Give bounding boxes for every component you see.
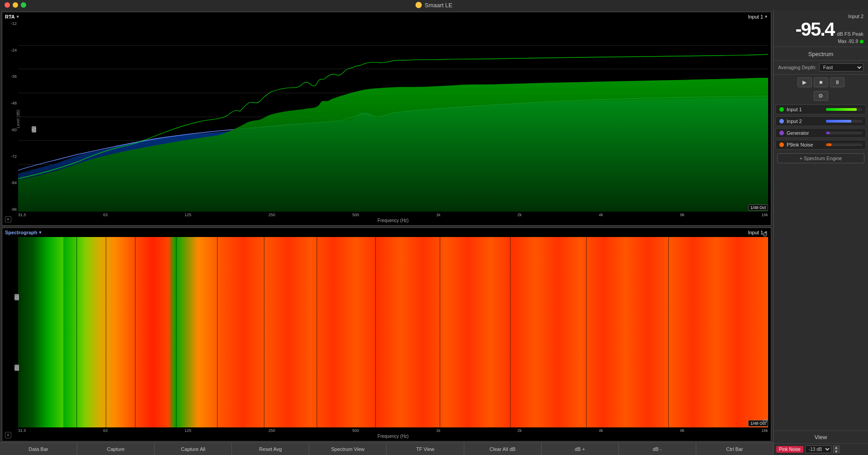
signal-meter-input1 bbox=[826, 108, 863, 111]
meter-db-unit: dB FS Peak bbox=[837, 31, 863, 37]
spec-close-icon[interactable]: ✕ bbox=[5, 432, 11, 438]
signal-meter-fill-input2 bbox=[826, 120, 851, 123]
rta-scroll-handle[interactable]: ◁ bbox=[32, 126, 36, 133]
averaging-row: Averaging Depth: Fast Slow Medium Very F… bbox=[774, 61, 868, 75]
signal-meter-fill-pink-noise bbox=[826, 143, 831, 146]
db-up-button[interactable]: ▲ bbox=[833, 446, 840, 449]
signal-name-input1: Input 1 bbox=[787, 107, 823, 112]
input-meter: Input 2 -95.4 dB FS Peak Max -91.9 bbox=[774, 10, 868, 47]
signal-meter-pink-noise bbox=[826, 143, 863, 146]
charts-panel: RTA ▼ Input 1 ▼ -12 -24 -36 -48 -60 -72 … bbox=[0, 10, 773, 455]
signal-name-pink-noise: P9ink Noise bbox=[787, 142, 823, 147]
signal-meter-fill-input1 bbox=[826, 108, 857, 111]
spec-chart-area: ◁ ◁ bbox=[18, 237, 768, 427]
ctrl-bar-button[interactable]: Ctrl Bar bbox=[696, 443, 773, 455]
titlebar: Smaart LE bbox=[0, 0, 868, 10]
pink-noise-row: Pink Noise -13 dB -12 dB -14 dB ▲ ▼ bbox=[774, 444, 868, 455]
signal-dot-pink-noise bbox=[779, 142, 784, 147]
spec-dropdown-arrow[interactable]: ▼ bbox=[38, 230, 42, 235]
data-bar-button[interactable]: Data Bar bbox=[0, 443, 77, 455]
tf-view-button[interactable]: TF View bbox=[387, 443, 464, 455]
reset-avg-button[interactable]: Reset Avg bbox=[232, 443, 309, 455]
pause-button[interactable]: ⏸ bbox=[830, 77, 844, 87]
settings-button[interactable]: ⚙ bbox=[814, 91, 828, 101]
app-icon bbox=[415, 2, 422, 8]
traffic-lights bbox=[5, 2, 26, 8]
averaging-select[interactable]: Fast Slow Medium Very Fast bbox=[819, 63, 863, 71]
add-spectrum-engine-button[interactable]: + Spectrum Engine bbox=[777, 153, 864, 163]
bottom-toolbar: Data Bar Capture Capture All Reset Avg S… bbox=[0, 442, 773, 455]
db-level-select[interactable]: -13 dB -12 dB -14 dB bbox=[805, 446, 831, 453]
view-title: View bbox=[774, 431, 868, 444]
main-layout: RTA ▼ Input 1 ▼ -12 -24 -36 -48 -60 -72 … bbox=[0, 10, 868, 455]
signal-meter-generator bbox=[826, 132, 863, 134]
maximize-button[interactable] bbox=[21, 2, 26, 8]
capture-all-button[interactable]: Capture All bbox=[155, 443, 232, 455]
rta-oct-badge[interactable]: 1/48 Oct bbox=[748, 204, 768, 211]
spec-x-title: Frequency (Hz) bbox=[18, 434, 768, 439]
app-title: Smaart LE bbox=[415, 2, 452, 9]
close-button[interactable] bbox=[5, 2, 10, 8]
rta-close-icon[interactable]: ✕ bbox=[5, 216, 11, 223]
signal-meter-input2 bbox=[826, 120, 863, 123]
rta-x-axis: 31.5 63 125 250 500 1k 2k 4k 8k 16k Freq… bbox=[18, 212, 768, 225]
clear-all-db-button[interactable]: Clear All dB bbox=[464, 443, 542, 455]
signal-name-input2: Input 2 bbox=[787, 118, 823, 124]
rta-title: RTA ▼ bbox=[5, 14, 20, 19]
view-section: View Pink Noise -13 dB -12 dB -14 dB ▲ ▼ bbox=[774, 431, 868, 455]
rta-panel: RTA ▼ Input 1 ▼ -12 -24 -36 -48 -60 -72 … bbox=[2, 12, 771, 226]
rta-x-labels: 31.5 63 125 250 500 1k 2k 4k 8k 16k bbox=[18, 212, 768, 218]
signal-name-generator: Generator bbox=[787, 130, 823, 136]
spec-x-labels: 31.5 63 125 250 500 1k 2k 4k 8k 16k bbox=[18, 427, 768, 434]
spec-title: Spectrograph ▼ bbox=[5, 230, 42, 235]
spectrum-section-title: Spectrum bbox=[774, 47, 868, 61]
rta-settings-icon[interactable]: ⚙ bbox=[762, 417, 768, 425]
db-plus-button[interactable]: dB + bbox=[542, 443, 619, 455]
signal-input2: Input 2 bbox=[775, 116, 866, 126]
spacer bbox=[774, 166, 868, 431]
rta-chart-area: ◁ bbox=[18, 21, 768, 212]
signal-dot-generator bbox=[779, 131, 784, 135]
db-down-button[interactable]: ▼ bbox=[833, 450, 840, 453]
signal-input1: Input 1 bbox=[775, 104, 866, 114]
transport-controls: ▶ ■ ⏸ bbox=[774, 75, 868, 90]
rta-green-spectrum bbox=[18, 21, 768, 212]
signal-pink-noise: P9ink Noise bbox=[775, 140, 866, 150]
db-arrows: ▲ ▼ bbox=[833, 446, 840, 453]
capture-button[interactable]: Capture bbox=[77, 443, 155, 455]
spec-grid-svg bbox=[18, 237, 768, 427]
rta-dropdown-arrow[interactable]: ▼ bbox=[16, 14, 20, 19]
spectrograph-panel: Spectrograph ▼ Input 1 ▼ bbox=[2, 228, 771, 441]
minimize-button[interactable] bbox=[13, 2, 18, 8]
spec-green-section bbox=[18, 237, 63, 427]
settings-row: ⚙ bbox=[774, 90, 868, 104]
signal-dot-input2 bbox=[779, 119, 784, 123]
spec-scroll-handle-bottom[interactable]: ◁ bbox=[14, 365, 19, 371]
signal-meter-fill-generator bbox=[826, 132, 830, 134]
max-indicator-dot bbox=[860, 40, 863, 43]
spectrum-view-button[interactable]: Spectrum View bbox=[309, 443, 387, 455]
spec-settings-icon[interactable]: ⚙ bbox=[762, 231, 768, 238]
play-button[interactable]: ▶ bbox=[797, 77, 812, 87]
rta-x-title: Frequency (Hz) bbox=[18, 218, 768, 223]
signal-dot-input1 bbox=[779, 107, 784, 112]
spec-y-axis bbox=[2, 237, 18, 427]
db-minus-button[interactable]: dB - bbox=[619, 443, 696, 455]
rta-input-selector[interactable]: Input 1 ▼ bbox=[748, 14, 768, 19]
averaging-label: Averaging Depth: bbox=[778, 65, 816, 70]
right-panel: Input 2 -95.4 dB FS Peak Max -91.9 Spect… bbox=[773, 10, 868, 455]
spec-scroll-handle-top[interactable]: ◁ bbox=[14, 294, 19, 300]
spec-x-axis: 31.5 63 125 250 500 1k 2k 4k 8k 16k Freq… bbox=[18, 427, 768, 441]
stop-button[interactable]: ■ bbox=[814, 77, 828, 87]
pink-noise-button[interactable]: Pink Noise bbox=[776, 446, 803, 453]
meter-db-value: -95.4 bbox=[796, 20, 835, 39]
signal-generator: Generator bbox=[775, 128, 866, 138]
